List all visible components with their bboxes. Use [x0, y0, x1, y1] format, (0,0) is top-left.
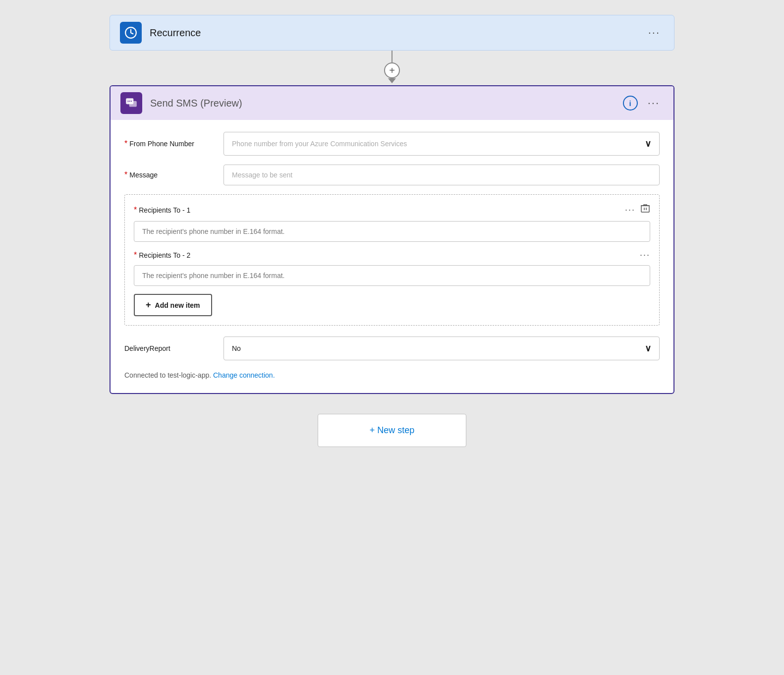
required-star-message: * — [124, 170, 127, 179]
chat-bubble-icon — [125, 97, 138, 110]
recipient-2-more-button[interactable]: ··· — [640, 250, 650, 260]
recurrence-title: Recurrence — [150, 27, 644, 39]
delivery-report-dropdown[interactable]: No ∨ — [224, 337, 660, 360]
delivery-report-label: DeliveryReport — [124, 344, 224, 352]
from-phone-row: * From Phone Number Phone number from yo… — [124, 132, 660, 156]
svg-point-3 — [127, 101, 128, 102]
required-star-recipient-1: * — [134, 206, 137, 215]
delivery-report-row: DeliveryReport No ∨ — [124, 337, 660, 360]
svg-point-4 — [129, 101, 130, 102]
recurrence-card: Recurrence ··· — [110, 15, 674, 51]
send-sms-card: Send SMS (Preview) i ··· * From Phone Nu… — [110, 85, 674, 394]
recipient-1-input[interactable] — [134, 221, 650, 242]
recipient-2-actions: ··· — [640, 250, 650, 260]
add-new-item-button[interactable]: + Add new item — [134, 294, 212, 316]
from-phone-input-wrapper: Phone number from your Azure Communicati… — [224, 132, 660, 156]
new-step-container: + New step — [318, 414, 466, 447]
message-label: * Message — [124, 170, 224, 179]
connector-line-top — [392, 51, 392, 62]
sms-icon — [120, 92, 142, 114]
recurrence-icon — [120, 22, 142, 44]
recipients-section: * Recipients To - 1 ··· — [124, 194, 660, 326]
message-input-wrapper — [224, 165, 660, 185]
sms-card-body: * From Phone Number Phone number from yo… — [111, 120, 673, 393]
recipient-1-label: * Recipients To - 1 — [134, 206, 190, 215]
recipient-1-actions: ··· — [625, 204, 650, 216]
sms-card-title: Send SMS (Preview) — [150, 98, 623, 109]
new-step-button[interactable]: + New step — [318, 414, 466, 447]
add-icon: + — [146, 300, 151, 310]
recipient-1-header: * Recipients To - 1 ··· — [134, 204, 650, 216]
sms-more-button[interactable]: ··· — [644, 95, 664, 112]
svg-rect-2 — [129, 101, 137, 107]
delete-recipient-1-icon[interactable] — [640, 204, 650, 216]
clock-icon — [124, 26, 137, 39]
recipient-group-2: * Recipients To - 2 ··· — [134, 250, 650, 286]
connection-text: Connected to test-logic-app. — [124, 371, 211, 379]
recipient-2-label: * Recipients To - 2 — [134, 251, 190, 260]
svg-rect-6 — [641, 206, 649, 212]
add-item-label: Add new item — [155, 301, 200, 309]
required-star-from: * — [124, 139, 127, 148]
recurrence-more-button[interactable]: ··· — [644, 24, 664, 41]
message-row: * Message — [124, 165, 660, 185]
svg-point-5 — [131, 101, 132, 102]
add-step-button[interactable]: + — [384, 62, 400, 78]
message-input[interactable] — [224, 165, 660, 185]
required-star-recipient-2: * — [134, 251, 137, 260]
recipient-group-1: * Recipients To - 1 ··· — [134, 204, 650, 242]
info-button[interactable]: i — [623, 96, 638, 111]
sms-card-header: Send SMS (Preview) i ··· — [111, 86, 673, 120]
from-phone-dropdown[interactable]: Phone number from your Azure Communicati… — [224, 132, 660, 156]
change-connection-link[interactable]: Change connection. — [213, 371, 275, 379]
recipient-2-input[interactable] — [134, 265, 650, 286]
recipient-2-header: * Recipients To - 2 ··· — [134, 250, 650, 260]
from-phone-chevron-icon: ∨ — [645, 138, 651, 149]
from-phone-label: * From Phone Number — [124, 139, 224, 148]
header-actions: i ··· — [623, 95, 664, 112]
step-connector: + — [384, 51, 400, 85]
connector-arrow — [388, 78, 396, 83]
delivery-report-chevron-icon: ∨ — [645, 343, 651, 354]
connection-info: Connected to test-logic-app. Change conn… — [124, 371, 660, 379]
delivery-report-value: No — [232, 344, 241, 352]
recipient-1-more-button[interactable]: ··· — [625, 205, 635, 215]
